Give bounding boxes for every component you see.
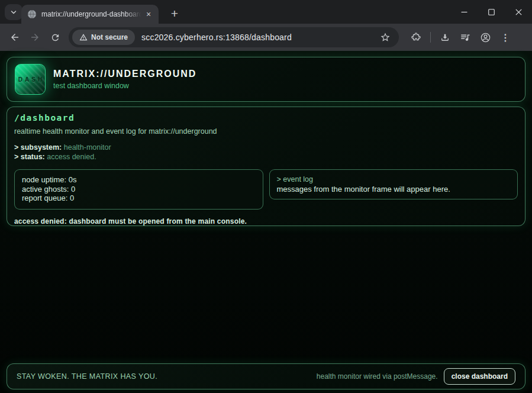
node-stats-box: node uptime: 0s active ghosts: 0 report …: [14, 169, 263, 210]
dashboard-boxes: node uptime: 0s active ghosts: 0 report …: [14, 169, 518, 210]
subsystem-label: > subsystem:: [14, 143, 62, 152]
tab-close-icon[interactable]: ×: [143, 9, 154, 20]
logo-text: DASH: [16, 76, 44, 83]
stat-node-uptime: node uptime: 0s: [22, 175, 256, 185]
event-log-title: > event log: [277, 175, 511, 185]
download-icon: [440, 32, 450, 43]
page-content: DASH MATRIX://UNDERGROUND test dashboard…: [0, 51, 532, 393]
window-controls: [450, 0, 532, 24]
status-lines: > subsystem: health-monitor > status: ac…: [14, 143, 518, 162]
browser-toolbar: Not secure scc2026.cyberhero.rs:13868/da…: [0, 24, 532, 51]
reload-button[interactable]: [45, 27, 65, 47]
stat-active-ghosts: active ghosts: 0: [22, 185, 256, 194]
status-value: access denied.: [47, 153, 96, 161]
browser-tab[interactable]: matrix://underground-dashboard ×: [21, 5, 159, 24]
page-title: MATRIX://UNDERGROUND: [53, 69, 196, 79]
close-dashboard-button[interactable]: close dashboard: [444, 368, 515, 385]
back-button[interactable]: [5, 27, 25, 47]
reload-icon: [50, 33, 60, 43]
status-line: > status: access denied.: [14, 152, 518, 162]
stat-report-queue: report queue: 0: [22, 194, 256, 203]
footer-status-text: health monitor wired via postMessage.: [317, 372, 438, 381]
footer-tagline: STAY WOKEN. THE MATRIX HAS YOU.: [17, 372, 157, 381]
access-denied-notice: access denied: dashboard must be opened …: [14, 217, 518, 226]
warning-triangle-icon: [79, 33, 88, 41]
maximize-icon: [488, 9, 495, 15]
extensions-button[interactable]: [407, 28, 425, 46]
security-chip[interactable]: Not secure: [72, 30, 135, 45]
window-minimize-button[interactable]: [450, 0, 478, 24]
address-bar[interactable]: Not secure scc2026.cyberhero.rs:13868/da…: [69, 27, 399, 47]
subsystem-line: > subsystem: health-monitor: [14, 143, 518, 152]
avatar-icon: [480, 32, 491, 43]
dash-logo: DASH: [15, 64, 46, 95]
subsystem-value: health-monitor: [64, 143, 111, 152]
dashboard-description: realtime health monitor and event log fo…: [14, 127, 518, 136]
back-arrow-icon: [9, 32, 20, 43]
menu-button[interactable]: ⋮: [496, 28, 514, 46]
tab-title: matrix://underground-dashboard: [41, 10, 143, 18]
forward-button[interactable]: [25, 27, 45, 47]
close-icon: [515, 9, 522, 15]
security-label: Not secure: [91, 33, 128, 41]
bookmark-star-button[interactable]: [378, 30, 393, 45]
url-text: scc2026.cyberhero.rs:13868/dashboard: [141, 33, 292, 42]
media-controls-button[interactable]: [456, 28, 474, 46]
playlist-music-icon: [460, 32, 470, 43]
footer-bar: STAY WOKEN. THE MATRIX HAS YOU. health m…: [7, 363, 525, 389]
dashboard-panel: /dashboard realtime health monitor and e…: [7, 107, 525, 226]
window-maximize-button[interactable]: [478, 0, 505, 24]
status-label: > status:: [14, 153, 45, 161]
minimize-icon: [461, 9, 467, 15]
window-close-button[interactable]: [505, 0, 532, 24]
puzzle-icon: [411, 32, 421, 43]
tab-strip: matrix://underground-dashboard × +: [0, 0, 532, 24]
tab-search-button[interactable]: [5, 4, 22, 20]
event-log-message: messages from the monitor frame will app…: [277, 185, 511, 194]
browser-window: matrix://underground-dashboard × +: [0, 0, 532, 393]
globe-favicon-icon: [27, 9, 37, 19]
toolbar-divider: [430, 32, 431, 43]
page-subtitle: test dashboard window: [53, 82, 196, 90]
downloads-button[interactable]: [436, 28, 454, 46]
profile-button[interactable]: [476, 28, 494, 46]
new-tab-button[interactable]: +: [166, 5, 183, 22]
dashboard-heading: /dashboard: [14, 113, 518, 123]
header-text: MATRIX://UNDERGROUND test dashboard wind…: [53, 69, 196, 90]
star-icon: [380, 32, 391, 43]
forward-arrow-icon: [30, 32, 40, 43]
chevron-down-icon: [10, 9, 17, 16]
site-header-panel: DASH MATRIX://UNDERGROUND test dashboard…: [7, 57, 525, 102]
kebab-icon: ⋮: [501, 32, 510, 43]
event-log-box: > event log messages from the monitor fr…: [269, 169, 518, 199]
footer-right: health monitor wired via postMessage. cl…: [317, 368, 515, 385]
toolbar-actions: ⋮: [407, 28, 514, 46]
